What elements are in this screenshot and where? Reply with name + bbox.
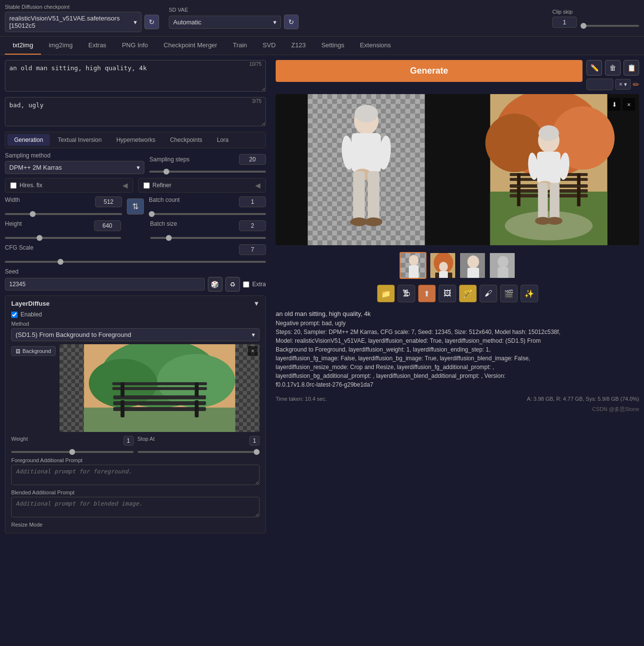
positive-prompt-input[interactable]: an old man sitting, high quality, 4k xyxy=(5,60,266,92)
image-tool-button[interactable]: 🖼 xyxy=(439,285,456,302)
layerdiffuse-enabled-checkbox[interactable] xyxy=(11,312,18,318)
hires-fix-label: Hires. fix xyxy=(20,182,42,189)
output-fg-line: layerdiffusion_fg_image: False, layerdif… xyxy=(276,354,639,363)
seed-dice-button[interactable]: 🎲 xyxy=(208,277,222,292)
tab-checkpoint-merger[interactable]: Checkpoint Merger xyxy=(156,37,225,55)
clip-skip-value[interactable]: 1 xyxy=(552,17,577,28)
tab-extensions[interactable]: Extensions xyxy=(352,37,399,55)
tab-pnginfo[interactable]: PNG Info xyxy=(114,37,156,55)
upload-tool-button[interactable]: ⬆ xyxy=(418,285,436,302)
batch-size-slider[interactable] xyxy=(150,237,266,239)
thumb-2[interactable] xyxy=(429,252,456,279)
vae-refresh-button[interactable]: ↻ xyxy=(284,15,299,29)
svg-rect-39 xyxy=(577,187,580,206)
time-taken: Time taken: 10.4 sec. xyxy=(276,396,327,402)
stop-at-slider[interactable] xyxy=(138,451,260,453)
svg-rect-9 xyxy=(195,400,199,417)
gen-tab-lora[interactable]: Lora xyxy=(210,134,236,146)
thumbnail-row xyxy=(276,252,639,279)
style-x-button[interactable]: × ▾ xyxy=(615,79,631,90)
svg-point-55 xyxy=(409,255,419,266)
right-panel: Generate ✏️ 🗑 📋 × ▾ ✏ ⬇ × xyxy=(271,55,644,538)
style-input[interactable] xyxy=(586,78,613,90)
gen-tab-generation[interactable]: Generation xyxy=(7,134,50,146)
tab-txt2img[interactable]: txt2img xyxy=(5,37,41,55)
weight-slider[interactable] xyxy=(11,451,134,453)
layerdiffuse-header[interactable]: LayerDiffuse ▼ xyxy=(11,300,260,307)
thumb-3[interactable] xyxy=(459,252,486,279)
sampling-steps-value[interactable]: 20 xyxy=(239,154,266,165)
tab-extras[interactable]: Extras xyxy=(80,37,114,55)
trash-button[interactable]: 🗑 xyxy=(605,60,621,76)
cfg-scale-slider[interactable] xyxy=(5,261,266,263)
thumb-4[interactable] xyxy=(489,252,516,279)
layerdiffuse-body: Enabled Method (SD1.5) From Background t… xyxy=(11,311,260,528)
clip-skip-slider[interactable] xyxy=(581,25,639,27)
tab-z123[interactable]: Z123 xyxy=(283,37,314,55)
negative-prompt-input[interactable]: bad, ugly xyxy=(5,97,266,126)
layerdiffuse-method-select[interactable]: (SD1.5) From Background to Foreground ▾ xyxy=(11,328,260,341)
extra-checkbox[interactable] xyxy=(243,281,249,288)
height-slider[interactable] xyxy=(5,237,121,239)
tab-svd[interactable]: SVD xyxy=(255,37,283,55)
svg-rect-26 xyxy=(368,171,380,220)
sampling-steps-slider[interactable] xyxy=(149,171,266,173)
weight-value[interactable]: 1 xyxy=(123,436,134,446)
batch-count-value[interactable]: 1 xyxy=(239,196,266,207)
style-edit-button[interactable]: ✏ xyxy=(633,80,639,89)
download-button[interactable]: ⬇ xyxy=(608,98,621,111)
folder-tool-button[interactable]: 📁 xyxy=(377,285,395,302)
vae-select[interactable]: Automatic ▾ xyxy=(169,16,281,29)
blend-prompt-input[interactable] xyxy=(11,497,260,517)
checkpoint-refresh-button[interactable]: ↻ xyxy=(144,15,159,29)
stop-at-value[interactable]: 1 xyxy=(249,436,260,446)
width-slider[interactable] xyxy=(5,213,122,215)
film-tool-button[interactable]: 🎬 xyxy=(500,285,518,302)
fg-prompt-input[interactable] xyxy=(11,465,260,485)
bg-icon: 🖼 xyxy=(16,349,20,354)
seed-recycle-button[interactable]: ♻ xyxy=(225,277,240,292)
output-image-2 xyxy=(458,94,640,245)
layerdiffuse-method-arrow: ▾ xyxy=(252,331,255,338)
gen-tab-textual-inversion[interactable]: Textual Inversion xyxy=(51,134,108,146)
refiner-checkbox[interactable] xyxy=(143,182,150,189)
generate-button[interactable]: Generate xyxy=(276,60,583,82)
zip-tool-button[interactable]: 🗜 xyxy=(398,285,415,302)
brush-tool-button[interactable]: 🖌 xyxy=(480,285,497,302)
height-value[interactable]: 640 xyxy=(94,220,121,231)
close-output-button[interactable]: × xyxy=(623,98,635,111)
tab-settings[interactable]: Settings xyxy=(314,37,352,55)
resize-mode-label: Resize Mode xyxy=(11,522,260,528)
seed-input[interactable]: 12345 xyxy=(5,278,205,291)
thumb-1[interactable] xyxy=(400,252,426,279)
cfg-scale-value[interactable]: 7 xyxy=(239,244,266,255)
checkpoint-value: realisticVisionV51_v51VAE.safetensors [1… xyxy=(9,15,134,29)
batch-count-slider[interactable] xyxy=(149,213,266,215)
hires-fix-checkbox[interactable] xyxy=(10,182,17,189)
gen-tab-checkpoints[interactable]: Checkpoints xyxy=(163,134,209,146)
svg-rect-64 xyxy=(467,268,479,279)
width-value[interactable]: 512 xyxy=(95,196,122,207)
wand-tool-button[interactable]: 🪄 xyxy=(459,285,477,302)
svg-rect-10 xyxy=(112,387,207,390)
batch-size-value[interactable]: 2 xyxy=(239,220,266,231)
close-background-image-button[interactable]: × xyxy=(248,346,258,356)
sampling-method-select[interactable]: DPM++ 2M Karras ▾ xyxy=(5,161,144,174)
sparkle-tool-button[interactable]: ✨ xyxy=(521,285,538,302)
output-prompt-line: an old man sitting, high quality, 4k xyxy=(276,309,639,319)
tab-train[interactable]: Train xyxy=(225,37,255,55)
watermark: CSDN @多思Stone xyxy=(276,406,639,413)
clip-skip-label: Clip skip xyxy=(552,9,639,15)
clip-skip-row: 1 xyxy=(552,17,639,28)
checkpoint-section: Stable Diffusion checkpoint realisticVis… xyxy=(5,4,159,32)
clip-skip-section: Clip skip 1 xyxy=(552,9,639,28)
tab-img2img[interactable]: img2img xyxy=(41,37,80,55)
gen-tab-hypernetworks[interactable]: Hypernetworks xyxy=(109,134,162,146)
background-image[interactable] xyxy=(60,344,260,432)
checkpoint-select[interactable]: realisticVisionV51_v51VAE.safetensors [1… xyxy=(5,12,141,32)
pencil-button[interactable]: ✏️ xyxy=(586,60,602,76)
clipboard-button[interactable]: 📋 xyxy=(624,60,639,76)
swap-dimensions-button[interactable]: ⇅ xyxy=(127,198,144,215)
svg-point-20 xyxy=(355,105,378,122)
output-negative-line: Negative prompt: bad, ugly xyxy=(276,319,639,328)
